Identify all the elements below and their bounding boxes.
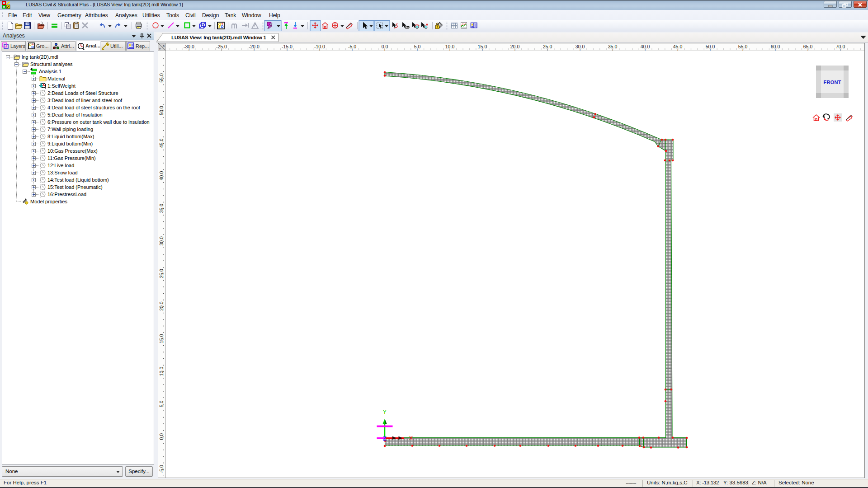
svg-text:35.0: 35.0: [159, 204, 164, 213]
svg-text:5.0: 5.0: [159, 401, 164, 408]
svg-text:30.0: 30.0: [159, 236, 164, 246]
svg-text:55.0: 55.0: [159, 73, 164, 83]
svg-text:X: X: [163, 44, 165, 48]
svg-text:50.0: 50.0: [159, 106, 164, 115]
svg-text:15.0: 15.0: [159, 334, 164, 343]
svg-text:X: X: [409, 435, 413, 441]
svg-text:40.0: 40.0: [159, 171, 164, 181]
svg-text:Y: Y: [159, 47, 161, 51]
svg-text:20.0: 20.0: [159, 301, 164, 311]
svg-text:0.0: 0.0: [159, 433, 164, 440]
svg-text:45.0: 45.0: [159, 138, 164, 148]
svg-text:25.0: 25.0: [159, 269, 164, 278]
svg-text:10.0: 10.0: [159, 367, 164, 376]
svg-text:-5.0: -5.0: [159, 465, 164, 473]
svg-text:FRONT: FRONT: [824, 80, 841, 85]
svg-text:Y: Y: [383, 409, 387, 415]
svg-text:LUSAS View: lng tank(2D).mdl W: LUSAS View: lng tank(2D).mdl Window 1: [171, 35, 267, 40]
